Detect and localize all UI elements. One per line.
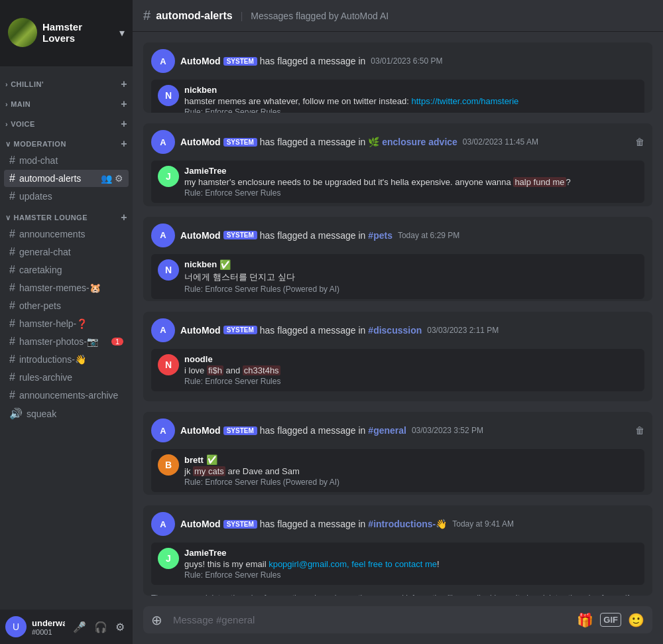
alert-timestamp-5: 03/03/2023 3:52 PM xyxy=(412,426,483,435)
user-avatar: U xyxy=(5,616,27,637)
chevron-icon: › xyxy=(5,80,8,88)
automod-avatar-3: A xyxy=(151,224,175,247)
input-area: ⊕ 🎁 GIF 🙂 xyxy=(133,606,663,644)
flagged-message-1: N nickben hamster memes are whatever, fo… xyxy=(151,80,644,113)
flagged-text-6: guys! this is my email kpopgirl@gmail.co… xyxy=(184,559,638,569)
alert-meta-2: AutoMod SYSTEM has flagged a message in … xyxy=(180,137,630,147)
settings-icon[interactable]: ⚙ xyxy=(115,173,123,184)
settings-button[interactable]: ⚙ xyxy=(113,619,127,635)
flagged-content-2: JamieTree my hamster's enclosure needs t… xyxy=(184,166,638,198)
sidebar-item-hamster-photos[interactable]: # hamster-photos-📷 1 xyxy=(4,333,129,350)
user-tag: #0001 xyxy=(32,628,65,636)
sidebar-item-other-pets[interactable]: # other-pets xyxy=(4,297,129,314)
message-input[interactable] xyxy=(170,606,569,633)
category-header-moderation[interactable]: ∨ MODERATION + xyxy=(0,135,133,151)
email-link[interactable]: kpopgirl@gmail.com, feel free to contact… xyxy=(269,559,437,569)
add-channel-chillin-icon[interactable]: + xyxy=(121,78,127,90)
delete-icon-5[interactable]: 🗑 xyxy=(635,425,644,436)
alert-meta-5: AutoMod SYSTEM has flagged a message in … xyxy=(180,425,630,436)
sidebar-item-general-chat[interactable]: # general-chat xyxy=(4,243,129,261)
automod-avatar-1: A xyxy=(151,49,175,73)
hash-icon: # xyxy=(9,354,15,365)
system-badge-6: SYSTEM xyxy=(223,520,257,529)
flagged-text-3: 너에게 햄스터를 던지고 싶다 xyxy=(184,271,638,283)
add-channel-hamster-lounge-icon[interactable]: + xyxy=(121,212,127,224)
add-channel-moderation-icon[interactable]: + xyxy=(121,138,127,150)
automod-avatar-2: A xyxy=(151,130,175,154)
system-badge: SYSTEM xyxy=(223,57,257,66)
hash-icon: # xyxy=(9,264,15,276)
sidebar-item-squeak[interactable]: 🔊 squeak xyxy=(4,405,129,422)
flagged-content-1: nickben hamster memes are whatever, foll… xyxy=(184,85,638,113)
input-right-icons: 🎁 GIF 🙂 xyxy=(574,607,647,633)
gif-button[interactable]: GIF xyxy=(600,613,621,627)
flagged-avatar-3: N xyxy=(158,259,179,281)
alert-channel-5: #general xyxy=(368,425,406,436)
sidebar-item-automod-alerts[interactable]: # automod-alerts 👥 ⚙ xyxy=(4,170,129,187)
headphone-button[interactable]: 🎧 xyxy=(91,619,110,635)
server-header[interactable]: Hamster Lovers ▾ xyxy=(0,0,133,66)
violation-text-6: The message violates the rule of respect… xyxy=(143,589,652,596)
hash-icon: # xyxy=(9,282,15,294)
add-attachment-button[interactable]: ⊕ xyxy=(149,607,165,633)
flagged-content-5: brett ✅ jk my cats are Dave and Sam Rule… xyxy=(184,454,638,487)
sidebar-item-caretaking[interactable]: # caretaking xyxy=(4,261,129,279)
user-panel: U underwat... #0001 🎤 🎧 ⚙ xyxy=(0,610,133,644)
verified-icon-3: ✅ xyxy=(219,259,231,270)
chevron-icon: › xyxy=(5,100,8,108)
channel-header-description: Messages flagged by AutoMod AI xyxy=(251,11,389,21)
hash-icon: # xyxy=(9,190,15,202)
flagged-avatar-4: N xyxy=(158,354,179,375)
flagged-user-2: JamieTree xyxy=(184,166,638,176)
delete-icon-2[interactable]: 🗑 xyxy=(635,137,644,147)
flagged-user-5: brett ✅ xyxy=(184,454,638,465)
system-badge-5: SYSTEM xyxy=(223,426,257,435)
flagged-user-6: JamieTree xyxy=(184,548,638,558)
twitter-link[interactable]: https://twitter.com/hamsterie xyxy=(411,96,518,106)
alert-meta-4: AutoMod SYSTEM has flagged a message in … xyxy=(180,325,644,336)
alert-card-2: A AutoMod SYSTEM has flagged a message i… xyxy=(143,123,652,206)
sidebar-item-hamster-memes[interactable]: # hamster-memes-🐹 xyxy=(4,279,129,296)
alert-timestamp-4: 03/03/2023 2:11 PM xyxy=(427,326,499,335)
category-header-voice[interactable]: › VOICE + xyxy=(0,115,133,131)
automod-name-3: AutoMod xyxy=(180,230,221,241)
emoji-button[interactable]: 🙂 xyxy=(625,607,647,633)
rule-text-5: Rule: Enforce Server Rules (Powered by A… xyxy=(184,478,638,487)
channel-list: › CHILLIN' + › MAIN + › VOICE xyxy=(0,66,133,610)
hash-icon: # xyxy=(9,172,15,184)
automod-name-5: AutoMod xyxy=(180,425,221,436)
sidebar-item-hamster-help[interactable]: # hamster-help-❓ xyxy=(4,315,129,332)
alert-card-4: A AutoMod SYSTEM has flagged a message i… xyxy=(143,312,652,402)
rule-text-4: Rule: Enforce Server Rules xyxy=(184,377,638,386)
flagged-message-6: J JamieTree guys! this is my email kpopg… xyxy=(151,543,644,585)
sidebar-item-mod-chat[interactable]: # mod-chat xyxy=(4,152,129,169)
category-main: › MAIN + xyxy=(0,96,133,111)
alert-flagged-text-4: has flagged a message in xyxy=(260,325,366,336)
sidebar-item-announcements[interactable]: # announcements xyxy=(4,225,129,243)
sidebar-item-rules-archive[interactable]: # rules-archive xyxy=(4,369,129,386)
add-channel-voice-icon[interactable]: + xyxy=(121,118,127,130)
category-voice: › VOICE + xyxy=(0,115,133,131)
category-header-main[interactable]: › MAIN + xyxy=(0,96,133,111)
alert-header-1: A AutoMod SYSTEM has flagged a message i… xyxy=(143,42,652,76)
add-channel-main-icon[interactable]: + xyxy=(121,98,127,110)
chevron-icon: ∨ xyxy=(5,214,11,222)
flagged-user-1: nickben xyxy=(184,85,638,95)
category-header-chillin[interactable]: › CHILLIN' + xyxy=(0,76,133,92)
system-badge-4: SYSTEM xyxy=(223,326,257,334)
alert-flagged-text-2: has flagged a message in xyxy=(260,137,366,147)
sidebar-item-announcements-archive[interactable]: # announcements-archive xyxy=(4,387,129,404)
alert-card-6: A AutoMod SYSTEM has flagged a message i… xyxy=(143,505,652,596)
microphone-button[interactable]: 🎤 xyxy=(70,619,89,635)
sidebar-item-updates[interactable]: # updates xyxy=(4,188,129,205)
alert-header-2: A AutoMod SYSTEM has flagged a message i… xyxy=(143,123,652,157)
category-header-hamster-lounge[interactable]: ∨ HAMSTER LOUNGE + xyxy=(0,209,133,225)
flagged-user-4: noodle xyxy=(184,354,638,364)
channel-header-name: automod-alerts xyxy=(156,10,233,22)
sidebar-item-introductions[interactable]: # introductions-👋 xyxy=(4,351,129,368)
violation-text-4: The message violates the rule of keeping… xyxy=(143,395,652,402)
chevron-down-icon: ▾ xyxy=(119,27,125,39)
gift-button[interactable]: 🎁 xyxy=(574,607,596,633)
flagged-text-2: my hamster's enclosure needs to be upgra… xyxy=(184,177,638,187)
alert-header-5: A AutoMod SYSTEM has flagged a message i… xyxy=(143,412,652,445)
